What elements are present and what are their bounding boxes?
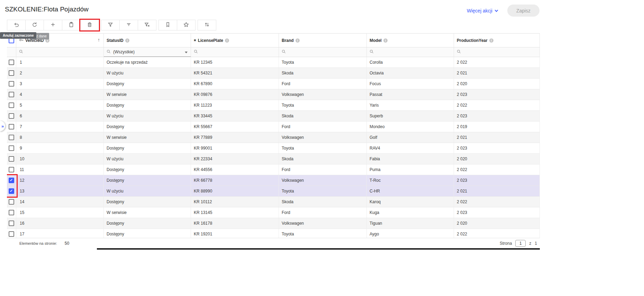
sort-button[interactable]: [198, 20, 216, 30]
cell-licenseplate: KR 99001: [191, 143, 279, 153]
table-row[interactable]: 9 Dostępny KR 99001 Toyota RAV4 2 023: [7, 143, 540, 154]
search-icon: [107, 50, 111, 55]
copy-button[interactable]: [62, 20, 81, 30]
filter-vehicleid-input[interactable]: [16, 47, 104, 57]
table-row[interactable]: 7 Dostępny KR 55667 Ford Mondeo 2 019: [7, 122, 540, 132]
cell-vehicleid: 9: [16, 143, 104, 153]
grid-header: VehicleID i ↑ StatusID i * LicensePlate …: [7, 33, 540, 47]
cell-model: Karoq: [367, 197, 454, 207]
items-per-page-value[interactable]: 50: [65, 241, 69, 246]
cell-productionyear: 2 023: [454, 111, 540, 121]
cell-productionyear: 2 022: [454, 197, 540, 207]
table-row[interactable]: 1 Oczekuje na sprzedaż KR 12345 Toyota C…: [7, 57, 540, 68]
filter-model-input[interactable]: [367, 47, 454, 57]
row-checkbox[interactable]: [9, 199, 14, 205]
page-number-input[interactable]: [515, 240, 526, 247]
info-icon: i: [489, 38, 493, 43]
dropdown-caret-icon[interactable]: [185, 52, 188, 53]
cell-licenseplate: KR 66778: [191, 175, 279, 186]
row-checkbox[interactable]: [9, 210, 14, 215]
cell-model: Aygo: [367, 229, 454, 238]
add-row-button[interactable]: [44, 20, 62, 30]
row-checkbox[interactable]: [9, 156, 14, 162]
filter-brand-input[interactable]: [279, 47, 367, 57]
cell-statusid: W użyciu: [104, 111, 191, 121]
favorites-button[interactable]: [177, 20, 196, 30]
table-row[interactable]: 2 W użyciu KR 54321 Skoda Octavia 2 021: [7, 68, 540, 79]
row-checkbox[interactable]: [9, 167, 14, 172]
sort-ascending-icon[interactable]: ↑: [98, 37, 100, 43]
clear-filter-button[interactable]: [138, 20, 156, 30]
table-row[interactable]: 12 Dostępny KR 66778 Volkswagen T-Roc 2 …: [7, 175, 540, 186]
column-header-productionyear[interactable]: ProductionYear i: [454, 34, 540, 47]
row-checkbox[interactable]: [9, 60, 14, 65]
save-button[interactable]: Zapisz: [507, 5, 539, 17]
row-select-cell: [7, 207, 16, 218]
cell-vehicleid: 12: [16, 175, 104, 186]
column-header-statusid[interactable]: StatusID i: [104, 34, 191, 47]
bookmark-button[interactable]: [158, 20, 177, 30]
table-row[interactable]: 8 W serwisie KR 77889 Volkswagen Golf 2 …: [7, 132, 540, 143]
table-row[interactable]: 4 W serwisie KR 09876 Volkswagen Passat …: [7, 89, 540, 100]
table-row[interactable]: 16 Dostępny KR 16178 Volkswagen Tiguan 2…: [7, 218, 540, 229]
table-row[interactable]: 10 W użyciu KR 22334 Skoda Fabia 2 020: [7, 154, 540, 164]
cell-statusid: Dostępny: [104, 122, 191, 132]
grid-body: 1 Oczekuje na sprzedaż KR 12345 Toyota C…: [7, 57, 540, 238]
column-header-licenseplate[interactable]: * LicensePlate i: [191, 34, 279, 47]
cell-vehicleid: 1: [16, 57, 104, 68]
row-checkbox[interactable]: [9, 70, 14, 76]
cell-vehicleid: 8: [16, 132, 104, 143]
row-checkbox[interactable]: [9, 145, 14, 151]
info-icon: i: [383, 38, 388, 43]
column-label: Brand: [282, 38, 294, 43]
sidebar-expander-button[interactable]: »: [0, 121, 5, 131]
table-row[interactable]: 14 Dostępny KR 10112 Skoda Karoq 2 022: [7, 197, 540, 207]
cell-brand: Skoda: [279, 111, 367, 121]
row-checkbox[interactable]: [9, 124, 14, 129]
table-row[interactable]: 5 Dostępny KR 11223 Toyota Yaris 2 022: [7, 100, 540, 111]
row-checkbox[interactable]: [9, 81, 14, 87]
filter-licenseplate-input[interactable]: [191, 47, 279, 57]
cell-vehicleid: 4: [16, 89, 104, 100]
cell-productionyear: 2 020: [454, 218, 540, 228]
undo-button[interactable]: [7, 20, 26, 30]
column-header-brand[interactable]: Brand i: [279, 34, 367, 47]
cell-brand: Toyota: [279, 143, 367, 153]
table-row[interactable]: 15 W serwisie KR 13145 Ford Kuga 2 023: [7, 207, 540, 218]
table-row[interactable]: 13 W użyciu KR 88990 Toyota C-HR 2 021: [7, 186, 540, 197]
cell-statusid: Dostępny: [104, 164, 191, 175]
filter-row-button[interactable]: [119, 20, 138, 30]
cell-vehicleid: 3: [16, 79, 104, 89]
row-checkbox[interactable]: [9, 135, 14, 140]
row-checkbox[interactable]: [9, 92, 14, 97]
cell-productionyear: 2 023: [454, 89, 540, 100]
row-checkbox[interactable]: [9, 113, 14, 119]
row-checkbox[interactable]: [9, 188, 14, 194]
search-icon: [370, 50, 374, 55]
cell-model: C-HR: [367, 186, 454, 196]
cell-licenseplate: KR 22334: [191, 154, 279, 164]
more-actions-button[interactable]: Więcej akcji: [467, 8, 498, 14]
row-checkbox[interactable]: [9, 221, 14, 226]
cell-model: Corolla: [367, 57, 454, 68]
table-row[interactable]: 11 Dostępny KR 44556 Ford Puma 2 022: [7, 164, 540, 175]
filter-statusid-select[interactable]: (Wszystkie): [104, 47, 191, 57]
delete-button[interactable]: [80, 20, 99, 30]
table-row[interactable]: 3 Dostępny KR 67890 Ford Focus 2 020: [7, 79, 540, 89]
cell-productionyear: 2 022: [454, 100, 540, 110]
table-row[interactable]: 6 W użyciu KR 33445 Skoda Superb 2 023: [7, 111, 540, 122]
row-checkbox[interactable]: [9, 178, 14, 183]
cell-licenseplate: KR 54321: [191, 68, 279, 78]
row-checkbox[interactable]: [9, 231, 14, 237]
filter-productionyear-input[interactable]: [454, 47, 540, 57]
column-header-model[interactable]: Model i: [367, 34, 454, 47]
cell-brand: Skoda: [279, 197, 367, 207]
row-checkbox[interactable]: [9, 102, 14, 108]
cell-model: Tiguan: [367, 218, 454, 228]
undo-icon: [13, 21, 19, 29]
table-row[interactable]: 17 Dostępny KR 19201 Toyota Aygo 2 022: [7, 229, 540, 238]
filter-button[interactable]: [101, 20, 120, 30]
refresh-button[interactable]: [25, 20, 44, 30]
cell-model: Superb: [367, 111, 454, 121]
column-label: Model: [370, 38, 382, 43]
